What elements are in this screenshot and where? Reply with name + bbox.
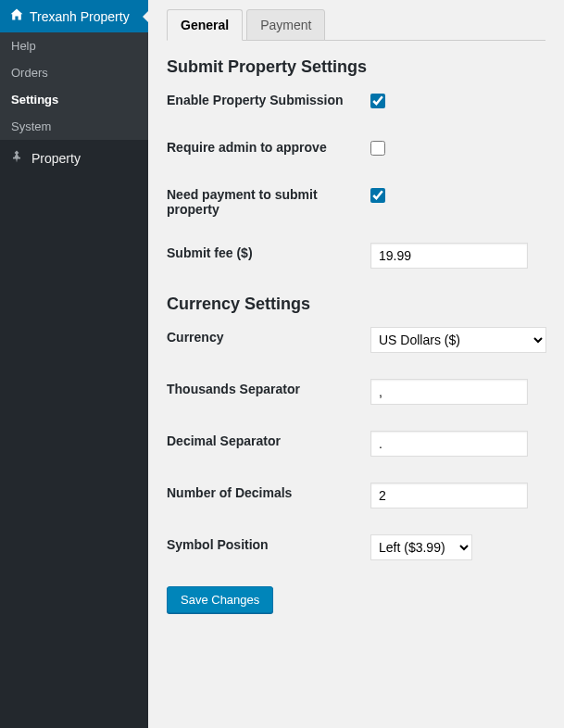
sidebar-header[interactable]: Trexanh Property — [0, 0, 148, 32]
caret-icon — [143, 11, 148, 22]
label-need-payment: Need payment to submit property — [167, 184, 370, 217]
sidebar-item-system[interactable]: System — [0, 113, 148, 140]
pin-icon — [9, 149, 24, 167]
row-enable-submission: Enable Property Submission — [167, 90, 545, 111]
row-require-approve: Require admin to approve — [167, 137, 545, 158]
sidebar: Trexanh Property Help Orders Settings Sy… — [0, 0, 148, 728]
sidebar-item-settings[interactable]: Settings — [0, 86, 148, 113]
home-icon — [9, 7, 24, 25]
tab-general[interactable]: General — [167, 9, 243, 41]
label-thousand-sep: Thousands Separator — [167, 379, 370, 396]
label-require-approve: Require admin to approve — [167, 137, 370, 155]
row-num-decimals: Number of Decimals — [167, 483, 545, 508]
checkbox-need-payment[interactable] — [370, 188, 385, 203]
sidebar-item-orders[interactable]: Orders — [0, 59, 148, 86]
row-decimal-sep: Decimal Separator — [167, 431, 545, 457]
sidebar-item-label: Property — [31, 151, 81, 166]
tabs: General Payment — [167, 9, 545, 41]
label-currency: Currency — [167, 327, 370, 345]
sidebar-title: Trexanh Property — [30, 9, 139, 24]
row-need-payment: Need payment to submit property — [167, 184, 545, 217]
row-thousand-sep: Thousands Separator — [167, 379, 545, 405]
input-num-decimals[interactable] — [370, 483, 528, 508]
sidebar-item-help[interactable]: Help — [0, 32, 148, 59]
label-num-decimals: Number of Decimals — [167, 483, 370, 500]
checkbox-require-approve[interactable] — [370, 141, 385, 156]
row-currency: Currency US Dollars ($) — [167, 327, 545, 353]
sidebar-item-property[interactable]: Property — [0, 140, 148, 176]
tab-payment[interactable]: Payment — [246, 9, 325, 41]
select-currency[interactable]: US Dollars ($) — [370, 327, 546, 353]
row-symbol-position: Symbol Position Left ($3.99) — [167, 534, 545, 560]
label-decimal-sep: Decimal Separator — [167, 431, 370, 448]
label-enable-submission: Enable Property Submission — [167, 90, 370, 107]
select-symbol-position[interactable]: Left ($3.99) — [370, 534, 472, 560]
checkbox-enable-submission[interactable] — [370, 94, 385, 108]
section-heading-currency: Currency Settings — [167, 295, 545, 314]
input-submit-fee[interactable] — [370, 243, 528, 269]
row-submit-fee: Submit fee ($) — [167, 243, 545, 269]
sidebar-submenu: Help Orders Settings System — [0, 32, 148, 140]
input-thousand-sep[interactable] — [370, 379, 528, 405]
main-content: General Payment Submit Property Settings… — [148, 0, 564, 728]
input-decimal-sep[interactable] — [370, 431, 528, 457]
label-submit-fee: Submit fee ($) — [167, 243, 370, 260]
save-button[interactable]: Save Changes — [167, 586, 273, 613]
section-heading-submit: Submit Property Settings — [167, 57, 545, 77]
label-symbol-position: Symbol Position — [167, 534, 370, 552]
